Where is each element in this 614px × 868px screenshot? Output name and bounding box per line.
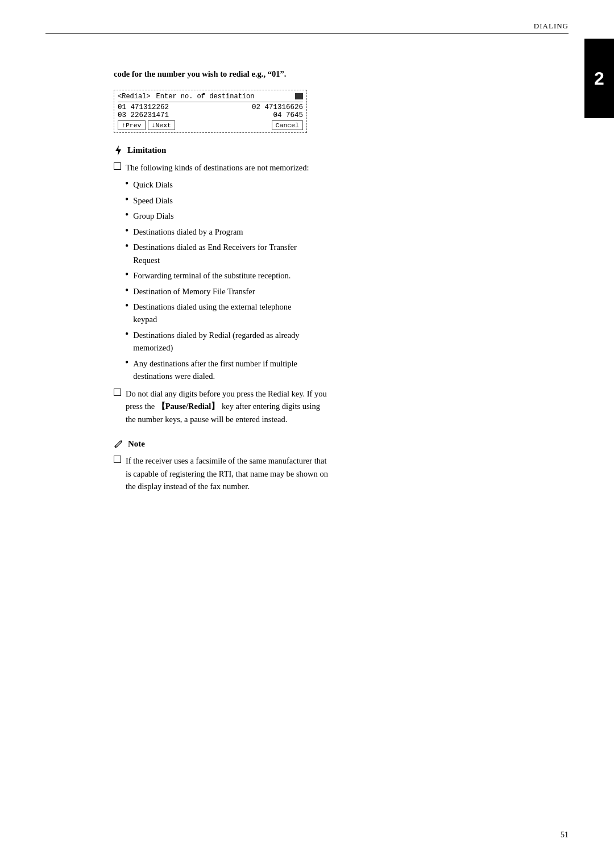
screen-mockup: <Redial> Enter no. of destination 01 471… xyxy=(114,90,307,133)
bullet-dot: • xyxy=(125,357,128,369)
bullet-item-speed-dials: • Speed Dials xyxy=(125,194,569,207)
bullet-text-group-dials: Group Dials xyxy=(133,210,173,222)
screen-cell-1-2: 02 471316626 xyxy=(252,103,303,111)
screen-row-2: 03 226231471 04 7645 xyxy=(118,111,303,119)
screen-row-1: 01 471312262 02 471316626 xyxy=(118,103,303,111)
bullet-text-quick-dials: Quick Dials xyxy=(133,178,173,191)
bullet-dot: • xyxy=(125,241,128,252)
bullet-text-external-keypad: Destinations dialed using the external t… xyxy=(133,301,315,326)
page-container: DIALING 2 code for the number you wish t… xyxy=(0,0,614,868)
para2-end: key after entering digits using the numb… xyxy=(126,402,320,423)
limitation-intro-text: The following kinds of destinations are … xyxy=(126,161,309,174)
bullet-text-memory-file: Destination of Memory File Transfer xyxy=(133,285,255,298)
bullet-item-any-destinations: • Any destinations after the first numbe… xyxy=(125,357,569,383)
screen-footer: ↑Prev ↓Next Cancel xyxy=(118,120,303,130)
prev-button[interactable]: ↑Prev xyxy=(118,120,146,130)
bullet-item-program: • Destinations dialed by a Program xyxy=(125,226,569,238)
note-pencil-icon xyxy=(114,439,123,449)
screen-header-left: <Redial> xyxy=(118,93,151,101)
section-header: DIALING xyxy=(534,22,569,31)
bullet-text-end-receivers: Destinations dialed as End Receivers for… xyxy=(133,241,315,266)
bullet-dot: • xyxy=(125,329,128,340)
bullet-item-memory-file: • Destination of Memory File Transfer xyxy=(125,285,569,298)
bullet-dot: • xyxy=(125,178,128,190)
bullet-item-quick-dials: • Quick Dials xyxy=(125,178,569,191)
bullet-dot: • xyxy=(125,226,128,237)
square-bullet-icon-note xyxy=(114,456,121,463)
bullet-item-external-keypad: • Destinations dialed using the external… xyxy=(125,301,569,326)
bullet-text-redial: Destinations dialed by Redial (regarded … xyxy=(133,329,315,354)
bullet-text-speed-dials: Speed Dials xyxy=(133,194,173,207)
bullet-item-redial: • Destinations dialed by Redial (regarde… xyxy=(125,329,569,354)
limitation-bullet-list: • Quick Dials • Speed Dials • Group Dial… xyxy=(125,178,569,383)
cancel-button[interactable]: Cancel xyxy=(272,120,303,130)
bullet-dot: • xyxy=(125,301,128,312)
screen-header: <Redial> Enter no. of destination xyxy=(118,93,303,102)
note-item: If the receiver uses a facsimile of the … xyxy=(114,454,569,493)
screen-cell-1-1: 01 471312262 xyxy=(118,103,169,111)
limitation-icon xyxy=(114,145,123,156)
bullet-dot: • xyxy=(125,210,128,221)
main-content: code for the number you wish to redial e… xyxy=(114,68,569,493)
bullet-dot: • xyxy=(125,194,128,206)
bullet-dot: • xyxy=(125,269,128,281)
limitation-title: Limitation xyxy=(127,145,166,155)
limitation-header: Limitation xyxy=(114,145,569,156)
square-bullet-icon xyxy=(114,162,121,170)
limitation-para2-item: Do not dial any digits before you press … xyxy=(114,387,569,425)
note-header: Note xyxy=(114,439,569,449)
limitation-intro-item: The following kinds of destinations are … xyxy=(114,161,569,174)
chapter-tab: 2 xyxy=(584,39,614,118)
square-bullet-icon-2 xyxy=(114,389,121,396)
bullet-dot: • xyxy=(125,285,128,297)
screen-cell-2-1: 03 226231471 xyxy=(118,111,169,119)
bullet-text-any-destinations: Any destinations after the first number … xyxy=(133,357,315,383)
note-title: Note xyxy=(128,439,145,449)
bullet-text-program: Destinations dialed by a Program xyxy=(133,226,243,238)
bullet-item-group-dials: • Group Dials xyxy=(125,210,569,222)
chapter-number: 2 xyxy=(594,68,604,89)
bullet-text-forwarding: Forwarding terminal of the substitute re… xyxy=(133,269,291,282)
note-section: Note If the receiver uses a facsimile of… xyxy=(114,439,569,493)
screen-cursor-icon xyxy=(295,93,303,99)
next-button[interactable]: ↓Next xyxy=(148,120,176,130)
note-text: If the receiver uses a facsimile of the … xyxy=(126,454,330,493)
bullet-item-forwarding: • Forwarding terminal of the substitute … xyxy=(125,269,569,282)
top-divider xyxy=(45,33,569,34)
screen-header-right: Enter no. of destination xyxy=(156,93,289,101)
bullet-item-end-receivers: • Destinations dialed as End Receivers f… xyxy=(125,241,569,266)
page-number: 51 xyxy=(561,831,569,840)
screen-cell-2-2: 04 7645 xyxy=(273,111,303,119)
pause-key: 【Pause/Redial】 xyxy=(157,402,220,411)
intro-text: code for the number you wish to redial e… xyxy=(114,68,318,81)
limitation-section: Limitation The following kinds of destin… xyxy=(114,145,569,425)
svg-marker-0 xyxy=(115,145,121,156)
limitation-para2-text: Do not dial any digits before you press … xyxy=(126,387,330,425)
